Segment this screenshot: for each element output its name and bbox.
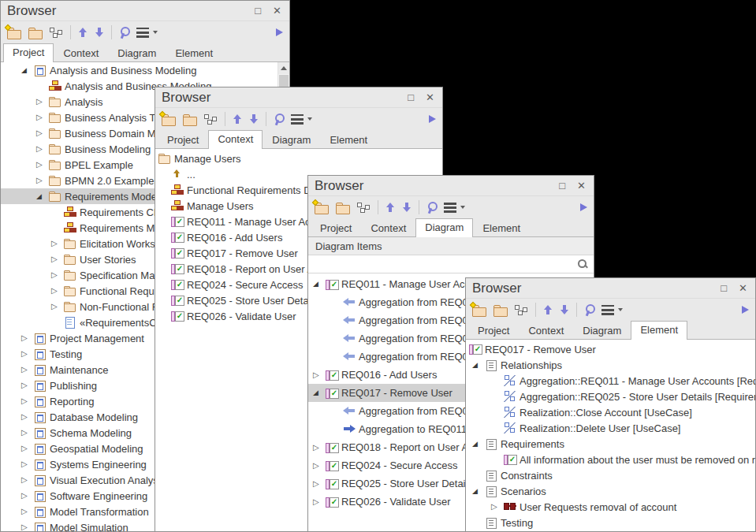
tree-row[interactable]: Manage Users — [155, 151, 442, 166]
tree-row[interactable]: Testing — [466, 515, 755, 530]
move-down-icon[interactable] — [249, 113, 259, 125]
tab-element[interactable]: Element — [166, 44, 222, 62]
tab-context[interactable]: Context — [361, 219, 415, 237]
tab-element[interactable]: Element — [320, 131, 377, 149]
new-model-icon[interactable] — [472, 304, 486, 316]
expand-toggle[interactable]: ▷ — [21, 476, 34, 484]
browse-hierarchy-icon[interactable] — [515, 304, 528, 316]
collapse-panel-icon[interactable] — [429, 115, 436, 123]
close-icon[interactable]: ✕ — [577, 180, 586, 191]
expand-toggle[interactable]: ▷ — [51, 240, 64, 247]
titlebar[interactable]: Browser □ ✕ — [308, 176, 594, 196]
expand-toggle[interactable]: ▷ — [36, 145, 49, 153]
open-folder-icon[interactable] — [493, 304, 508, 316]
tab-diagram[interactable]: Diagram — [573, 322, 631, 340]
new-model-icon[interactable] — [315, 202, 329, 214]
collapse-panel-icon[interactable] — [276, 28, 283, 36]
new-model-icon[interactable] — [162, 113, 176, 125]
tree-row[interactable]: All information about the user must be r… — [466, 452, 755, 467]
collapse-panel-icon[interactable] — [742, 306, 749, 314]
tab-project[interactable]: Project — [158, 131, 208, 149]
expand-toggle[interactable]: ▷ — [51, 303, 64, 311]
expand-toggle[interactable]: ▷ — [51, 287, 64, 295]
tree-row[interactable]: Realization::Close Account [UseCase] — [466, 404, 755, 420]
close-icon[interactable]: ✕ — [426, 92, 434, 102]
expand-toggle[interactable]: ▷ — [36, 161, 49, 169]
tab-project[interactable]: Project — [468, 322, 519, 340]
expand-toggle[interactable]: ▷ — [313, 498, 326, 506]
search-icon[interactable] — [577, 259, 588, 270]
menu-caret-icon[interactable] — [153, 31, 158, 34]
tab-context[interactable]: Context — [208, 130, 263, 149]
expand-toggle[interactable]: ▷ — [36, 113, 49, 121]
expand-toggle[interactable]: ▷ — [21, 460, 34, 468]
move-up-icon[interactable] — [233, 113, 242, 125]
expand-toggle[interactable]: ◢ — [313, 281, 326, 288]
hamburger-menu-icon[interactable] — [601, 305, 614, 315]
titlebar[interactable]: Browser □ ✕ — [466, 278, 755, 299]
open-folder-icon[interactable] — [336, 202, 350, 214]
close-icon[interactable]: ✕ — [739, 283, 747, 293]
expand-toggle[interactable]: ▷ — [36, 98, 49, 106]
hamburger-menu-icon[interactable] — [291, 114, 304, 125]
open-folder-icon[interactable] — [183, 113, 197, 125]
expand-toggle[interactable]: ◢ — [472, 488, 485, 495]
expand-toggle[interactable]: ▷ — [21, 350, 34, 358]
move-up-icon[interactable] — [78, 27, 88, 38]
menu-caret-icon[interactable] — [307, 117, 312, 121]
collapse-panel-icon[interactable] — [580, 203, 587, 211]
expand-toggle[interactable]: ▷ — [21, 413, 34, 421]
move-up-icon[interactable] — [385, 202, 395, 213]
expand-toggle[interactable]: ▷ — [21, 445, 34, 452]
tree-row[interactable]: Constraints — [466, 467, 755, 483]
move-down-icon[interactable] — [95, 27, 104, 38]
menu-caret-icon[interactable] — [618, 308, 623, 311]
expand-toggle[interactable]: ▷ — [51, 271, 64, 279]
expand-toggle[interactable]: ▷ — [21, 397, 34, 405]
track-element-icon[interactable] — [119, 27, 129, 39]
expand-toggle[interactable]: ▷ — [21, 381, 34, 389]
move-up-icon[interactable] — [543, 304, 553, 315]
expand-toggle[interactable]: ◢ — [36, 193, 49, 200]
tab-element[interactable]: Element — [631, 321, 687, 340]
close-icon[interactable]: ✕ — [273, 6, 281, 16]
expand-toggle[interactable]: ▷ — [51, 255, 64, 263]
expand-toggle[interactable]: ◢ — [21, 67, 34, 74]
expand-toggle[interactable]: ▷ — [21, 523, 34, 531]
tab-diagram[interactable]: Diagram — [263, 131, 320, 149]
tree-row[interactable]: ◢ Scenarios — [466, 483, 755, 499]
expand-toggle[interactable]: ▷ — [21, 334, 34, 342]
tab-context[interactable]: Context — [519, 322, 573, 340]
move-down-icon[interactable] — [402, 202, 412, 213]
hamburger-menu-icon[interactable] — [136, 28, 149, 38]
float-window-icon[interactable]: □ — [721, 283, 727, 293]
scroll-up-button[interactable] — [278, 62, 289, 74]
menu-caret-icon[interactable] — [460, 206, 465, 209]
tree-row[interactable]: Realization::Delete User [UseCase] — [466, 420, 755, 436]
browse-hierarchy-icon[interactable] — [50, 27, 63, 39]
track-element-icon[interactable] — [584, 304, 594, 316]
titlebar[interactable]: Browser □ ✕ — [155, 87, 442, 108]
expand-toggle[interactable]: ▷ — [313, 480, 326, 488]
expand-toggle[interactable]: ◢ — [472, 362, 485, 369]
tree-row[interactable]: Aggregation::REQ011 - Manage User Accoun… — [466, 373, 755, 389]
expand-toggle[interactable]: ▷ — [36, 129, 49, 137]
float-window-icon[interactable]: □ — [255, 6, 261, 16]
expand-toggle[interactable]: ◢ — [313, 389, 326, 396]
hamburger-menu-icon[interactable] — [444, 203, 456, 213]
track-element-icon[interactable] — [274, 113, 284, 125]
tree-row[interactable]: Aggregation::REQ025 - Store User Details… — [466, 389, 755, 404]
new-model-icon[interactable] — [7, 27, 21, 39]
expand-toggle[interactable]: ▷ — [36, 177, 49, 184]
float-window-icon[interactable]: □ — [408, 92, 414, 102]
diagram-items-search-input[interactable] — [314, 255, 577, 273]
expand-toggle[interactable]: ▷ — [491, 503, 504, 511]
expand-toggle[interactable]: ▷ — [313, 371, 326, 379]
browse-hierarchy-icon[interactable] — [357, 202, 371, 214]
expand-toggle[interactable]: ◢ — [472, 441, 485, 448]
tree-row[interactable]: ▷ User Requests removal of account — [466, 499, 755, 515]
tree-row[interactable]: ◢ Requirements — [466, 436, 755, 452]
expand-toggle[interactable]: ▷ — [21, 492, 34, 500]
expand-toggle[interactable]: ▷ — [21, 508, 34, 515]
tab-diagram[interactable]: Diagram — [415, 218, 473, 237]
